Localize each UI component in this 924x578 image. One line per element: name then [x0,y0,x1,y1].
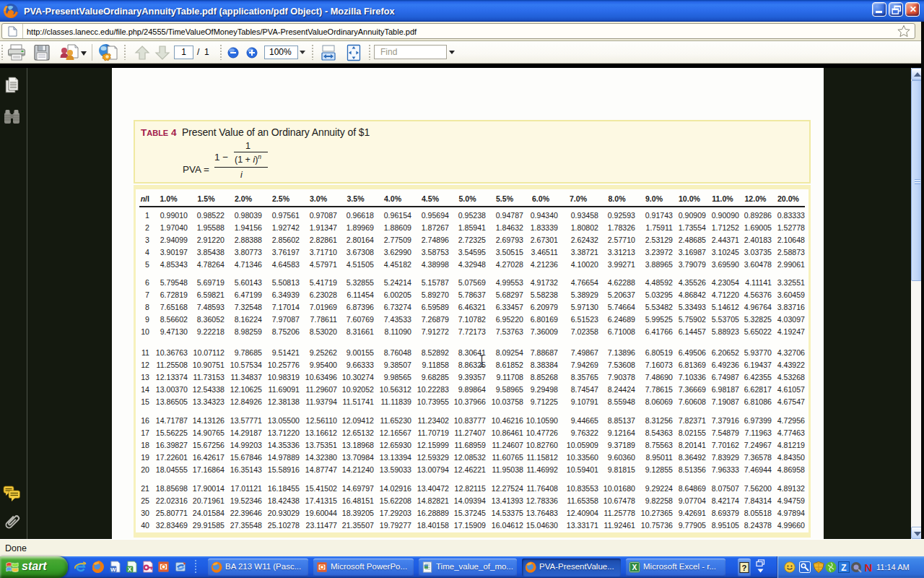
svg-text:?: ? [742,564,747,572]
svg-text:Z: Z [841,563,846,573]
svg-text:X: X [128,566,132,573]
svg-text:W: W [110,566,116,573]
svg-text:N: N [865,561,873,573]
svg-text:X: X [632,564,637,571]
